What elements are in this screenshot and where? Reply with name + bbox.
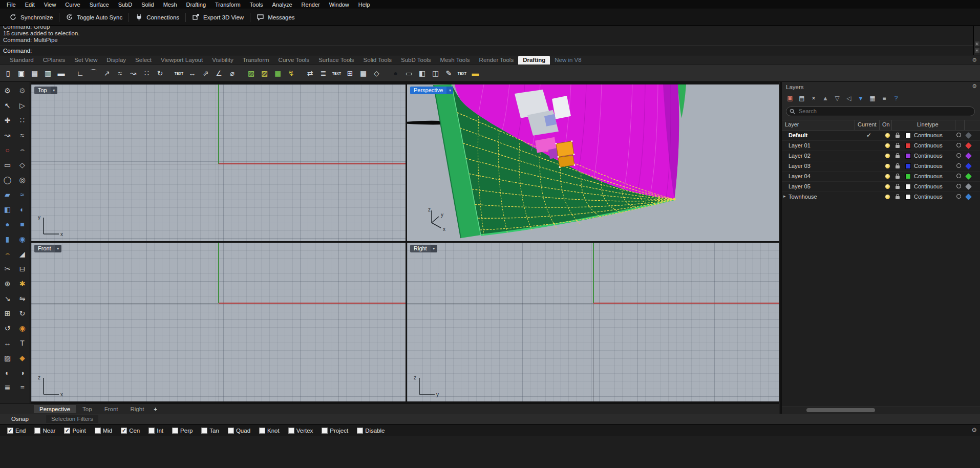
menu-item-analyze[interactable]: Analyze bbox=[267, 2, 296, 8]
connections-button[interactable]: Connections bbox=[129, 11, 185, 24]
menu-item-mesh[interactable]: Mesh bbox=[159, 2, 182, 8]
polygon-icon[interactable]: ◇ bbox=[15, 157, 30, 172]
chevron-down-icon[interactable]: ▾ bbox=[446, 87, 453, 94]
dim-angle-icon[interactable]: ∠ bbox=[212, 67, 225, 80]
ribbon-tab-mesh-tools[interactable]: Mesh Tools bbox=[436, 56, 475, 65]
trim-icon[interactable]: ✂ bbox=[0, 261, 15, 276]
point-cloud-icon[interactable]: ∷ bbox=[15, 113, 30, 127]
ribbon-tab-subd-tools[interactable]: SubD Tools bbox=[396, 56, 436, 65]
rectangle-icon[interactable]: ▭ bbox=[0, 157, 15, 172]
layer-on-bulb-icon[interactable] bbox=[885, 133, 890, 138]
control-curve-icon[interactable]: ↝ bbox=[0, 127, 15, 142]
osnap-toggle-near[interactable]: Near bbox=[34, 428, 55, 434]
layer-lock-icon[interactable] bbox=[896, 186, 900, 189]
command-scrollbar[interactable] bbox=[973, 26, 980, 55]
osnap-toggle-quad[interactable]: Quad bbox=[228, 428, 250, 434]
scroll-up-icon[interactable] bbox=[975, 41, 979, 46]
layer-material-icon[interactable] bbox=[965, 163, 972, 169]
extrude-icon[interactable]: ◧ bbox=[0, 202, 15, 217]
iso-cube-icon[interactable]: ◇ bbox=[370, 67, 383, 80]
checkbox-icon[interactable] bbox=[172, 428, 178, 434]
new-sublayer-icon[interactable]: ▤ bbox=[798, 95, 806, 102]
osnap-toggle-cen[interactable]: ✓Cen bbox=[121, 428, 140, 434]
layer-print-icon[interactable] bbox=[956, 133, 961, 137]
arc-segment-icon[interactable]: ⌒ bbox=[87, 67, 100, 80]
text-tool-icon[interactable]: TEXT bbox=[173, 67, 185, 80]
hatch-a-icon[interactable]: ▨ bbox=[245, 67, 258, 80]
layer-print-icon[interactable] bbox=[956, 184, 961, 188]
layer-row-default[interactable]: Default✓Continuous bbox=[782, 131, 980, 141]
printer-icon[interactable]: ▭ bbox=[402, 67, 415, 80]
layer-material-icon[interactable] bbox=[965, 183, 972, 190]
hatch-icon[interactable]: ▨ bbox=[0, 350, 15, 365]
layer-color-swatch[interactable] bbox=[905, 143, 911, 148]
point-set-icon[interactable]: ∷ bbox=[140, 67, 153, 80]
selection-filters-button[interactable]: Selection Filters bbox=[46, 415, 98, 423]
viewport-right[interactable]: Right ▾ z y bbox=[407, 243, 779, 401]
freeform-curve-icon[interactable]: ≈ bbox=[114, 67, 126, 80]
explode-icon[interactable]: ✱ bbox=[15, 276, 30, 291]
osnap-toggle-int[interactable]: Int bbox=[148, 428, 163, 434]
chevron-down-icon[interactable]: ▾ bbox=[55, 245, 61, 252]
ribbon-tab-render-tools[interactable]: Render Tools bbox=[475, 56, 519, 65]
ribbon-tab-new-in-v8[interactable]: New in V8 bbox=[550, 56, 586, 65]
layer-row-layer-04[interactable]: Layer 04Continuous bbox=[782, 172, 980, 182]
box-icon[interactable]: ■ bbox=[15, 217, 30, 231]
ellipse-solid-icon[interactable]: ● bbox=[389, 67, 402, 80]
new-layer-icon[interactable]: ▣ bbox=[786, 95, 794, 102]
menu-item-transform[interactable]: Transform bbox=[210, 2, 245, 8]
display-gear-icon[interactable]: ⚙ bbox=[15, 83, 30, 98]
layer-on-bulb-icon[interactable] bbox=[885, 164, 890, 168]
layer-color-swatch[interactable] bbox=[905, 163, 911, 169]
current-layer-check[interactable]: ✓ bbox=[864, 132, 874, 139]
cylinder-icon[interactable]: ▮ bbox=[0, 231, 15, 246]
command-history[interactable]: Command: Group 15 curves added to select… bbox=[0, 26, 980, 46]
ribbon-tab-standard[interactable]: Standard bbox=[5, 56, 38, 65]
delete-layer-icon[interactable]: × bbox=[809, 95, 818, 102]
leader-icon[interactable]: ⇗ bbox=[199, 67, 212, 80]
layer-color-swatch[interactable] bbox=[905, 184, 911, 189]
dimension-icon[interactable]: ↔ bbox=[0, 335, 15, 350]
layer-linetype[interactable]: Continuous bbox=[914, 132, 943, 138]
chamfer-icon[interactable]: ◢ bbox=[15, 246, 30, 261]
layer-print-icon[interactable] bbox=[956, 174, 961, 178]
columns-icon[interactable]: ▦ bbox=[868, 95, 877, 102]
layer-row-townhouse[interactable]: ▸TownhouseContinuous bbox=[782, 192, 980, 202]
osnap-toggle-disable[interactable]: Disable bbox=[357, 428, 385, 434]
viewport-label-perspective[interactable]: Perspective ▾ bbox=[410, 87, 453, 94]
move-down-icon[interactable]: ▽ bbox=[833, 95, 841, 102]
object-properties-icon[interactable]: ≡ bbox=[15, 380, 30, 395]
pen-icon[interactable]: ✎ bbox=[442, 67, 455, 80]
page-stack-icon[interactable]: ▤ bbox=[28, 67, 41, 80]
layer-lock-icon[interactable] bbox=[896, 155, 900, 158]
revolve-icon[interactable]: ◐ bbox=[15, 202, 30, 217]
join-icon[interactable]: ⊕ bbox=[0, 276, 15, 291]
orient-icon[interactable]: ↺ bbox=[0, 321, 15, 335]
mirror-icon[interactable]: ⇋ bbox=[15, 291, 30, 306]
checkbox-icon[interactable]: ✓ bbox=[121, 428, 127, 434]
command-input[interactable] bbox=[34, 47, 980, 54]
text-icon[interactable]: T bbox=[15, 335, 30, 350]
menu-item-window[interactable]: Window bbox=[325, 2, 354, 8]
ribbon-tab-curve-tools[interactable]: Curve Tools bbox=[274, 56, 314, 65]
layer-linetype[interactable]: Continuous bbox=[914, 173, 943, 179]
detail-grid-icon[interactable]: ▦ bbox=[357, 67, 370, 80]
layer-linetype[interactable]: Continuous bbox=[914, 163, 943, 169]
ribbon-tab-drafting[interactable]: Drafting bbox=[518, 56, 550, 65]
move-icon[interactable]: ✚ bbox=[0, 113, 15, 127]
checkbox-icon[interactable] bbox=[259, 428, 265, 434]
menu-item-render[interactable]: Render bbox=[297, 2, 325, 8]
export-3d-view-button[interactable]: Export 3D View bbox=[186, 11, 250, 24]
settings-gear-icon[interactable]: ⚙ bbox=[971, 427, 977, 434]
checkbox-icon[interactable] bbox=[95, 428, 101, 434]
toggle-auto-sync-button[interactable]: Toggle Auto Sync bbox=[59, 11, 129, 24]
layer-lock-icon[interactable] bbox=[896, 196, 900, 199]
move-up-icon[interactable]: ▲ bbox=[821, 95, 829, 102]
osnap-toggle-project[interactable]: Project bbox=[322, 428, 348, 434]
panel-options-gear-icon[interactable]: ⚙ bbox=[972, 57, 977, 63]
layer-linetype[interactable]: Continuous bbox=[914, 194, 943, 200]
checkbox-icon[interactable] bbox=[288, 428, 294, 434]
checkbox-icon[interactable] bbox=[34, 428, 40, 434]
menu-item-drafting[interactable]: Drafting bbox=[182, 2, 211, 8]
osnap-toggle-knot[interactable]: Knot bbox=[259, 428, 280, 434]
